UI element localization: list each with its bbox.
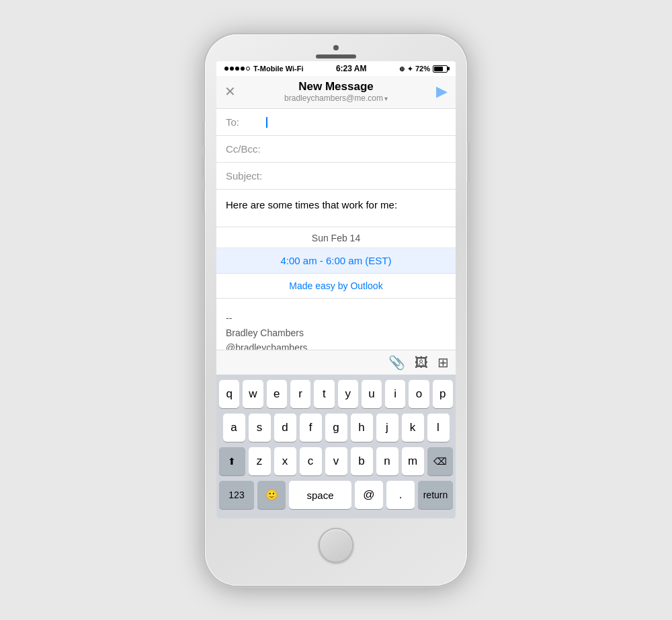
phone-screen: T-Mobile Wi-Fi 6:23 AM ⊕ ✦ 72% ✕ New Mes…: [216, 61, 456, 518]
status-right: ⊕ ✦ 72%: [399, 65, 448, 73]
camera-dot: [333, 45, 339, 50]
key-s[interactable]: s: [249, 414, 271, 442]
phone-top-bar: [205, 34, 467, 59]
signature-name: Bradley Chambers: [226, 325, 446, 340]
key-t[interactable]: t: [314, 380, 334, 408]
key-d[interactable]: d: [274, 414, 296, 442]
numbers-key[interactable]: 123: [219, 481, 254, 509]
period-key[interactable]: .: [386, 481, 415, 509]
send-button[interactable]: ▶: [436, 83, 448, 100]
location-icon: ⊕: [399, 65, 405, 73]
status-left: T-Mobile Wi-Fi: [224, 65, 303, 73]
photo-button[interactable]: 🖼: [415, 355, 428, 371]
compose-title: New Message: [298, 80, 374, 93]
phone-frame: T-Mobile Wi-Fi 6:23 AM ⊕ ✦ 72% ✕ New Mes…: [205, 34, 467, 586]
body-text: Here are some times that work for me:: [226, 198, 446, 213]
key-r[interactable]: r: [290, 380, 310, 408]
status-bar: T-Mobile Wi-Fi 6:23 AM ⊕ ✦ 72%: [216, 61, 456, 76]
home-button[interactable]: [319, 528, 353, 563]
compose-fields: To: Cc/Bcc: Subject: Here are some times…: [216, 109, 456, 350]
key-l[interactable]: l: [427, 414, 450, 442]
battery-icon: [433, 65, 448, 73]
key-z[interactable]: z: [249, 447, 271, 475]
battery-percent: 72%: [415, 65, 430, 73]
key-k[interactable]: k: [402, 414, 424, 442]
signal-dot-2: [230, 67, 234, 71]
key-q[interactable]: q: [219, 380, 239, 408]
signature-block: -- Bradley Chambers @bradleychambers: [216, 304, 456, 350]
key-y[interactable]: y: [338, 380, 358, 408]
calendar-block: Sun Feb 14 4:00 am - 6:00 am (EST) Made …: [216, 227, 456, 299]
cc-field-row[interactable]: Cc/Bcc:: [216, 136, 456, 163]
key-v[interactable]: v: [325, 447, 347, 475]
account-email: bradleychambers@me.com: [284, 93, 383, 103]
signature-dashes: --: [226, 311, 446, 325]
to-label: To:: [226, 116, 266, 128]
signal-dots: [224, 67, 250, 71]
key-w[interactable]: w: [243, 380, 263, 408]
at-key[interactable]: @: [355, 481, 383, 509]
status-time: 6:23 AM: [336, 64, 367, 73]
signal-dot-1: [224, 67, 228, 71]
keyboard: q w e r t y u i o p a s d f g h j k: [216, 375, 456, 518]
calendar-date: Sun Feb 14: [216, 227, 456, 248]
carrier-label: T-Mobile Wi-Fi: [253, 65, 303, 73]
key-e[interactable]: e: [267, 380, 287, 408]
key-x[interactable]: x: [274, 447, 296, 475]
compose-account[interactable]: bradleychambers@me.com ▾: [284, 93, 388, 103]
subject-field-row[interactable]: Subject:: [216, 163, 456, 190]
key-n[interactable]: n: [376, 447, 398, 475]
return-key[interactable]: return: [418, 481, 453, 509]
header-title-block: New Message bradleychambers@me.com ▾: [284, 80, 388, 103]
cursor: [266, 117, 267, 128]
time-slot[interactable]: 4:00 am - 6:00 am (EST): [216, 248, 456, 273]
key-m[interactable]: m: [402, 447, 424, 475]
battery-fill: [434, 67, 443, 71]
plus-button[interactable]: ⊞: [437, 354, 449, 371]
key-p[interactable]: p: [433, 380, 453, 408]
compose-header: ✕ New Message bradleychambers@me.com ▾ ▶: [216, 76, 456, 109]
emoji-key[interactable]: 🙂: [257, 481, 286, 509]
keyboard-bottom-row: 123 🙂 space @ . return: [219, 481, 453, 509]
signal-dot-4: [241, 67, 245, 71]
key-i[interactable]: i: [385, 380, 405, 408]
key-g[interactable]: g: [325, 414, 347, 442]
header-row: ✕ New Message bradleychambers@me.com ▾ ▶: [224, 80, 448, 103]
cc-label: Cc/Bcc:: [226, 143, 266, 155]
key-o[interactable]: o: [409, 380, 429, 408]
keyboard-row-3: ⬆ z x c v b n m ⌫: [219, 447, 453, 475]
shift-key[interactable]: ⬆: [219, 447, 245, 475]
compose-toolbar: 📎 🖼 ⊞: [216, 350, 456, 375]
keyboard-row-2: a s d f g h j k l: [219, 414, 453, 442]
bluetooth-icon: ✦: [407, 65, 413, 73]
key-f[interactable]: f: [300, 414, 322, 442]
made-easy-label: Made easy by Outlook: [216, 273, 456, 298]
message-body[interactable]: Here are some times that work for me:: [216, 190, 456, 221]
speaker-bar: [316, 54, 356, 59]
delete-key[interactable]: ⌫: [427, 447, 454, 475]
key-j[interactable]: j: [376, 414, 398, 442]
key-c[interactable]: c: [300, 447, 322, 475]
space-key[interactable]: space: [289, 481, 351, 509]
keyboard-row-1: q w e r t y u i o p: [219, 380, 453, 408]
to-field-row[interactable]: To:: [216, 109, 456, 136]
key-a[interactable]: a: [223, 414, 245, 442]
key-h[interactable]: h: [351, 414, 373, 442]
signature-handle: @bradleychambers: [226, 340, 446, 350]
subject-label: Subject:: [226, 170, 266, 182]
key-u[interactable]: u: [362, 380, 382, 408]
signal-dot-5: [246, 67, 250, 71]
close-button[interactable]: ✕: [224, 85, 236, 98]
chevron-down-icon: ▾: [384, 95, 388, 102]
key-b[interactable]: b: [351, 447, 373, 475]
attach-button[interactable]: 📎: [388, 354, 405, 371]
signal-dot-3: [235, 67, 239, 71]
